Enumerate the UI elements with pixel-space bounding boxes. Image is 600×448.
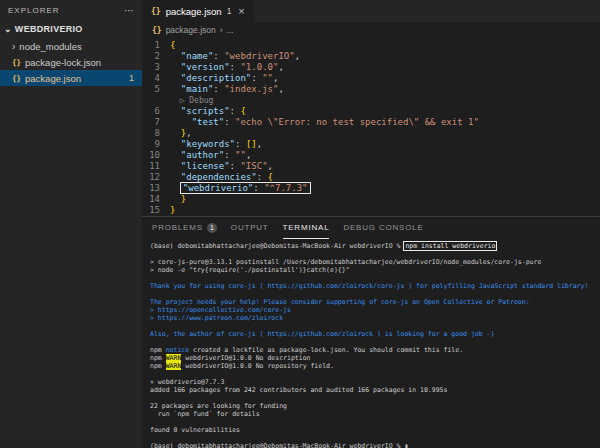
json-file-icon: {} [12, 58, 21, 67]
code-line-text: "dependencies": { [170, 172, 273, 183]
panel-tab-debug-console[interactable]: DEBUG CONSOLE [343, 217, 423, 239]
panel-tab-problems[interactable]: PROBLEMS1 [152, 217, 217, 239]
terminal-line: Thank you for using core-js ( https://gi… [150, 282, 600, 290]
code-row: 14 } [142, 194, 600, 205]
line-number: 7 [142, 117, 170, 128]
terminal-line [150, 338, 600, 346]
explorer-title: EXPLORER [8, 6, 60, 15]
terminal[interactable]: (base) debomitabhattacharjee@Debomitas-M… [142, 239, 600, 448]
line-number: 10 [142, 150, 170, 161]
code-row: ▷ Debug [142, 95, 600, 106]
terminal-line [150, 274, 600, 282]
close-icon[interactable]: × [238, 5, 244, 17]
file-list: ›node_modules{}package-lock.json{}packag… [0, 38, 142, 86]
code-row: 13 "webdriverio": "^7.7.3" [142, 183, 600, 194]
terminal-line [150, 418, 600, 426]
panel-tab-label: DEBUG CONSOLE [343, 223, 423, 232]
terminal-line: 22 packages are looking for funding [150, 402, 600, 410]
json-file-icon: {} [152, 26, 162, 35]
code-line-text: "license": "ISC", [170, 161, 273, 172]
code-line-text: "scripts": { [170, 106, 246, 117]
line-number: 11 [142, 161, 170, 172]
tab-problems-badge: 1 [227, 6, 232, 16]
panel-tab-terminal[interactable]: TERMINAL [283, 217, 330, 239]
panel-tab-label: PROBLEMS [152, 223, 203, 232]
explorer-header: EXPLORER ⋯ [0, 0, 142, 20]
file-label: package.json [25, 73, 81, 84]
panel-tab-label: TERMINAL [283, 223, 330, 232]
line-number: 3 [142, 62, 170, 73]
workspace-name: WEBDRIVERIO [15, 24, 83, 34]
code-line-text: "keywords": [], [170, 139, 262, 150]
explorer-sidebar: EXPLORER ⋯ ⌄ WEBDRIVERIO ›node_modules{}… [0, 0, 142, 448]
terminal-line: run `npm fund` for details [150, 410, 600, 418]
breadcrumb-more: ... [227, 25, 234, 35]
chevron-right-icon: › [220, 25, 223, 35]
problems-count-badge: 1 [207, 223, 217, 233]
code-row: 12 "dependencies": { [142, 172, 600, 183]
terminal-line: (base) debomitabhattacharjee@Debomitas-M… [150, 442, 600, 448]
terminal-line: > node -e "try{require('./postinstall')}… [150, 266, 600, 274]
terminal-line: found 0 vulnerabilities [150, 426, 600, 434]
code-row: 6 "scripts": { [142, 106, 600, 117]
line-number: 8 [142, 128, 170, 139]
panel-tabs: PROBLEMS1OUTPUTTERMINALDEBUG CONSOLE [142, 217, 600, 239]
terminal-line: + webdriverio@7.7.3 [150, 378, 600, 386]
tab-package-json[interactable]: {} package.json 1 × [142, 0, 254, 22]
code-line-text: ▷ Debug [170, 95, 213, 106]
line-number: 5 [142, 84, 170, 95]
code-line-text: "webdriverio": "^7.7.3" [170, 183, 310, 194]
code-row: 4 "description": "", [142, 73, 600, 84]
code-row: 9 "keywords": [], [142, 139, 600, 150]
code-row: 7 "test": "echo \"Error: no test specifi… [142, 117, 600, 128]
workspace-section-header[interactable]: ⌄ WEBDRIVERIO [0, 20, 142, 38]
bottom-panel: PROBLEMS1OUTPUTTERMINALDEBUG CONSOLE (ba… [142, 216, 600, 448]
line-number: 14 [142, 194, 170, 205]
code-row: 15} [142, 205, 600, 216]
panel-tab-label: OUTPUT [231, 223, 269, 232]
code-line-text: } [170, 194, 186, 205]
terminal-line [150, 370, 600, 378]
code-row: 1{ [142, 40, 600, 51]
chevron-right-icon: › [12, 41, 15, 52]
annotation-box: "webdriverio": "^7.7.3" [181, 183, 310, 193]
panel-tab-output[interactable]: OUTPUT [231, 217, 269, 239]
code-row: 5 "main": "index.js", [142, 84, 600, 95]
file-package.json[interactable]: {}package.json1 [0, 70, 142, 86]
code-editor[interactable]: 1{2 "name": "webdriverIO",3 "version": "… [142, 38, 600, 216]
line-number: 12 [142, 172, 170, 183]
terminal-line [150, 322, 600, 330]
file-node_modules[interactable]: ›node_modules [0, 38, 142, 54]
line-number: 6 [142, 106, 170, 117]
terminal-line [150, 394, 600, 402]
terminal-line [150, 250, 600, 258]
code-line-text: "author": "", [170, 150, 251, 161]
line-number: 4 [142, 73, 170, 84]
code-row: 3 "version": "1.0.0", [142, 62, 600, 73]
code-line-text: } [170, 205, 175, 216]
vscode-window: EXPLORER ⋯ ⌄ WEBDRIVERIO ›node_modules{}… [0, 0, 600, 448]
file-label: package-lock.json [25, 57, 101, 68]
code-line-text: { [170, 40, 175, 51]
terminal-line: > https://opencollective.com/core-js [150, 306, 600, 314]
terminal-line: (base) debomitabhattacharjee@Debomitas-M… [150, 242, 600, 250]
line-number: 9 [142, 139, 170, 150]
terminal-line: The project needs your help! Please cons… [150, 298, 600, 306]
terminal-line: Also, the author of core-js ( https://gi… [150, 330, 600, 338]
terminal-cursor: ▮ [404, 442, 408, 448]
terminal-line: npm WARN webdriverIO@1.0.0 No repository… [150, 362, 600, 370]
editor-tabbar: {} package.json 1 × [142, 0, 600, 22]
code-line-text: "test": "echo \"Error: no test specified… [170, 117, 479, 128]
more-actions-icon[interactable]: ⋯ [124, 5, 134, 16]
file-package-lock.json[interactable]: {}package-lock.json [0, 54, 142, 70]
breadcrumb[interactable]: {} package.json › ... [142, 22, 600, 38]
terminal-line [150, 290, 600, 298]
terminal-line [150, 434, 600, 442]
file-label: node_modules [19, 41, 81, 52]
problems-badge: 1 [129, 73, 138, 83]
terminal-line: npm WARN webdriverIO@1.0.0 No descriptio… [150, 354, 600, 362]
code-line-text: "version": "1.0.0", [170, 62, 284, 73]
code-line-text: }, [170, 128, 192, 139]
code-row: 2 "name": "webdriverIO", [142, 51, 600, 62]
tab-label: package.json [166, 6, 222, 17]
